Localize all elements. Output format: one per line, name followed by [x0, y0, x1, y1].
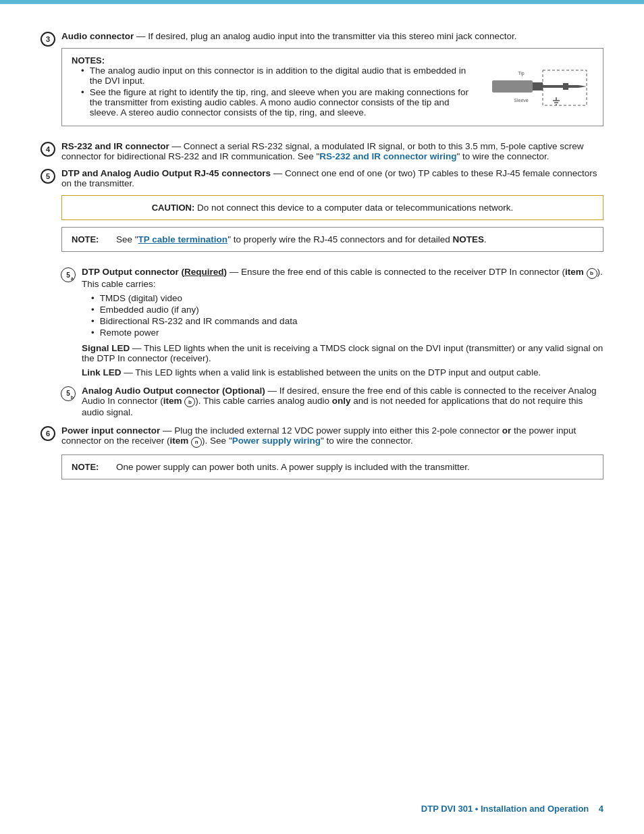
power-note-box: NOTE: One power supply can power both un… [61, 454, 603, 479]
section-3: 3 Audio connector — If desired, plug an … [41, 31, 603, 134]
bullet-tmds: TMDS (digital) video [91, 293, 603, 303]
power-note-key: NOTE: [72, 462, 105, 472]
svg-text:Sleeve: Sleeve [514, 98, 529, 103]
tp-note-box: NOTE: See "TP cable termination" to prop… [61, 227, 603, 252]
item-ref-5b: item [163, 396, 185, 406]
section-5b-text: Analog Audio Output connector (Optional)… [82, 386, 603, 418]
section-5: 5 DTP and Analog Audio Output RJ-45 conn… [41, 168, 603, 260]
section-5-title: DTP and Analog Audio Output RJ-45 connec… [61, 168, 271, 178]
section-5-text: DTP and Analog Audio Output RJ-45 connec… [61, 168, 603, 260]
footer: DTP DVI 301 • Installation and Operation… [0, 804, 644, 814]
required-underline: Required [184, 267, 224, 277]
power-supply-link[interactable]: Power supply wiring [232, 436, 321, 446]
svg-text:Tip: Tip [518, 71, 525, 76]
section-6-title: Power input connector [61, 425, 160, 436]
item-b-circle: b [587, 268, 597, 279]
item-ref-6: item [170, 436, 192, 446]
section-3-text: Audio connector — If desired, plug an an… [61, 31, 603, 134]
svg-rect-1 [533, 82, 543, 90]
section-3-num: 3 [41, 32, 55, 47]
page-content: 3 Audio connector — If desired, plug an … [0, 4, 644, 535]
note-bullet-1: The analog audio input on this connector… [81, 66, 479, 86]
section-5a-sub: a [71, 276, 74, 281]
section-5b-num: 5b [61, 386, 76, 401]
bullet-rs232: Bidirectional RS-232 and IR commands and… [91, 316, 603, 326]
section-4-text: RS-232 and IR connector — Connect a seri… [61, 141, 603, 161]
link-led-label: Link LED [82, 367, 122, 377]
rs232-link[interactable]: RS-232 and IR connector wiring [319, 151, 456, 161]
tp-note-inline: NOTE: See "TP cable termination" to prop… [72, 234, 593, 244]
svg-rect-3 [563, 83, 568, 90]
svg-rect-0 [492, 80, 533, 93]
item-ref-5a: item [565, 267, 587, 277]
caution-text: Do not connect this device to a computer… [194, 203, 513, 213]
only-bold: only [332, 396, 351, 406]
section-5b: 5b Analog Audio Output connector (Option… [61, 386, 603, 418]
caution-box: CAUTION: Do not connect this device to a… [61, 195, 603, 220]
or-bold: or [502, 425, 512, 436]
note-key: NOTE: [72, 234, 105, 244]
section-3-note-box: NOTES: The analog audio input on this co… [61, 48, 603, 126]
section-5a: 5a DTP Output connector (Required) — Ens… [61, 267, 603, 377]
section-3-suffix: — If desired, plug an analog audio input… [134, 31, 516, 41]
section-6: 6 Power input connector — Plug the inclu… [41, 425, 603, 488]
section-5b-title: Analog Audio Output connector (Optional) [82, 386, 265, 396]
bullet-remote: Remote power [91, 328, 603, 338]
notes-bold: NOTES [453, 234, 485, 244]
signal-led-text: Signal LED — This LED lights when the un… [82, 343, 603, 363]
section-3-title: Audio connector [61, 31, 134, 41]
power-note-inline: NOTE: One power supply can power both un… [72, 462, 593, 472]
section-6-text: Power input connector — Plug the include… [61, 425, 603, 488]
section-5-num: 5 [41, 169, 55, 184]
section-4: 4 RS-232 and IR connector — Connect a se… [41, 141, 603, 161]
section-5a-title: DTP Output connector (Required) [82, 267, 227, 277]
section-5a-bullets: TMDS (digital) video Embedded audio (if … [82, 293, 603, 338]
bullet-audio: Embedded audio (if any) [91, 305, 603, 315]
power-note-text: One power supply can power both units. A… [116, 462, 470, 472]
section-6-num: 6 [41, 426, 55, 441]
section-4-title: RS-232 and IR connector [61, 141, 169, 151]
notes-label: NOTES: [72, 55, 105, 66]
item-b-circle-2: b [184, 396, 195, 407]
link-led-text: Link LED — This LED lights when a valid … [82, 367, 603, 377]
audio-connector-diagram: Tip Sleeve [489, 60, 590, 114]
section-5b-row: 5b Analog Audio Output connector (Option… [61, 386, 603, 418]
item-n-circle: n [191, 437, 202, 448]
note-text-area: NOTES: The analog audio input on this co… [72, 55, 479, 119]
section-5a-row: 5a DTP Output connector (Required) — Ens… [61, 267, 603, 377]
notes-bullet-list: The analog audio input on this connector… [72, 66, 479, 118]
tp-note-text: See "TP cable termination" to properly w… [116, 234, 487, 244]
section-5a-text: DTP Output connector (Required) — Ensure… [82, 267, 603, 377]
footer-text: DTP DVI 301 • Installation and Operation… [421, 804, 603, 814]
section-4-num: 4 [41, 142, 55, 157]
svg-marker-5 [579, 85, 587, 88]
note-bullet-2: See the figure at right to identify the … [81, 87, 479, 118]
footer-label: DTP DVI 301 • Installation and Operation [421, 804, 589, 814]
note-content: NOTES: The analog audio input on this co… [72, 55, 593, 119]
svg-rect-4 [568, 85, 579, 88]
signal-led-label: Signal LED [82, 343, 130, 353]
footer-page: 4 [599, 804, 603, 814]
section-5b-sub: b [71, 395, 74, 400]
section-5a-num: 5a [61, 267, 76, 282]
audio-diagram-area: Tip Sleeve [485, 55, 593, 119]
svg-rect-2 [543, 85, 563, 88]
caution-label: CAUTION: [152, 203, 195, 213]
tp-cable-link[interactable]: TP cable termination [138, 234, 228, 244]
